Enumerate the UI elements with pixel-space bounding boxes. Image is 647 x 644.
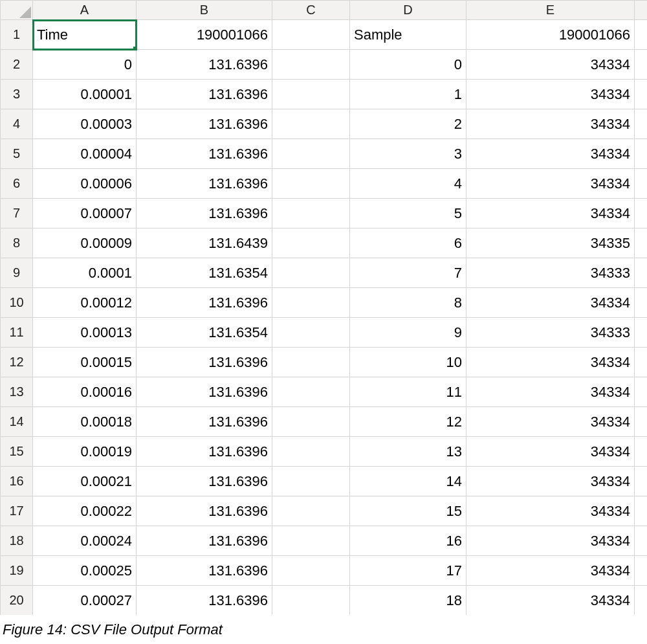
- cell-E10[interactable]: 34334: [466, 288, 635, 318]
- cell-blank[interactable]: [635, 169, 648, 199]
- cell-E14[interactable]: 34334: [466, 407, 635, 437]
- cell-E15[interactable]: 34334: [466, 437, 635, 467]
- cell-C11[interactable]: [272, 318, 350, 348]
- cell-blank[interactable]: [635, 556, 648, 586]
- cell-A19[interactable]: 0.00025: [33, 556, 137, 586]
- row-header[interactable]: 15: [1, 437, 33, 467]
- cell-blank[interactable]: [635, 139, 648, 169]
- cell-C15[interactable]: [272, 437, 350, 467]
- cell-A16[interactable]: 0.00021: [33, 467, 137, 496]
- cell-C1[interactable]: [272, 20, 350, 50]
- cell-C14[interactable]: [272, 407, 350, 437]
- cell-blank[interactable]: [635, 407, 648, 437]
- cell-A14[interactable]: 0.00018: [33, 407, 137, 437]
- cell-A11[interactable]: 0.00013: [33, 318, 137, 348]
- cell-D2[interactable]: 0: [350, 50, 466, 80]
- cell-A12[interactable]: 0.00015: [33, 348, 137, 377]
- cell-C20[interactable]: [272, 586, 350, 616]
- cell-blank[interactable]: [635, 228, 648, 258]
- cell-blank[interactable]: [635, 80, 648, 109]
- cell-D11[interactable]: 9: [350, 318, 466, 348]
- col-header-C[interactable]: C: [272, 1, 350, 20]
- row-header[interactable]: 17: [1, 496, 33, 526]
- cell-A8[interactable]: 0.00009: [33, 228, 137, 258]
- row-header[interactable]: 9: [1, 258, 33, 288]
- cell-C2[interactable]: [272, 50, 350, 80]
- col-header-A[interactable]: A: [33, 1, 137, 20]
- cell-E8[interactable]: 34335: [466, 228, 635, 258]
- cell-B11[interactable]: 131.6354: [137, 318, 272, 348]
- col-header-E[interactable]: E: [466, 1, 635, 20]
- cell-A7[interactable]: 0.00007: [33, 199, 137, 228]
- row-header[interactable]: 7: [1, 199, 33, 228]
- cell-blank[interactable]: [635, 50, 648, 80]
- row-header[interactable]: 5: [1, 139, 33, 169]
- cell-B9[interactable]: 131.6354: [137, 258, 272, 288]
- cell-C9[interactable]: [272, 258, 350, 288]
- cell-D10[interactable]: 8: [350, 288, 466, 318]
- cell-B2[interactable]: 131.6396: [137, 50, 272, 80]
- cell-blank[interactable]: [635, 586, 648, 616]
- cell-E4[interactable]: 34334: [466, 109, 635, 139]
- row-header[interactable]: 12: [1, 348, 33, 377]
- cell-D14[interactable]: 12: [350, 407, 466, 437]
- cell-D12[interactable]: 10: [350, 348, 466, 377]
- cell-E2[interactable]: 34334: [466, 50, 635, 80]
- cell-blank[interactable]: [635, 258, 648, 288]
- cell-C5[interactable]: [272, 139, 350, 169]
- cell-C4[interactable]: [272, 109, 350, 139]
- cell-blank[interactable]: [635, 496, 648, 526]
- row-header[interactable]: 2: [1, 50, 33, 80]
- cell-D1[interactable]: Sample: [350, 20, 466, 50]
- col-header-blank[interactable]: [635, 1, 648, 20]
- cell-B16[interactable]: 131.6396: [137, 467, 272, 496]
- cell-A20[interactable]: 0.00027: [33, 586, 137, 616]
- cell-blank[interactable]: [635, 109, 648, 139]
- cell-B17[interactable]: 131.6396: [137, 496, 272, 526]
- cell-D20[interactable]: 18: [350, 586, 466, 616]
- cell-E6[interactable]: 34334: [466, 169, 635, 199]
- cell-C13[interactable]: [272, 377, 350, 407]
- row-header[interactable]: 8: [1, 228, 33, 258]
- cell-A13[interactable]: 0.00016: [33, 377, 137, 407]
- cell-B20[interactable]: 131.6396: [137, 586, 272, 616]
- cell-E16[interactable]: 34334: [466, 467, 635, 496]
- cell-D5[interactable]: 3: [350, 139, 466, 169]
- cell-C16[interactable]: [272, 467, 350, 496]
- row-header[interactable]: 3: [1, 80, 33, 109]
- cell-E11[interactable]: 34333: [466, 318, 635, 348]
- cell-C12[interactable]: [272, 348, 350, 377]
- row-header[interactable]: 6: [1, 169, 33, 199]
- row-header[interactable]: 11: [1, 318, 33, 348]
- cell-D6[interactable]: 4: [350, 169, 466, 199]
- row-header[interactable]: 20: [1, 586, 33, 616]
- cell-B6[interactable]: 131.6396: [137, 169, 272, 199]
- cell-A10[interactable]: 0.00012: [33, 288, 137, 318]
- cell-blank[interactable]: [635, 199, 648, 228]
- cell-D7[interactable]: 5: [350, 199, 466, 228]
- cell-A4[interactable]: 0.00003: [33, 109, 137, 139]
- cell-blank[interactable]: [635, 348, 648, 377]
- cell-B13[interactable]: 131.6396: [137, 377, 272, 407]
- cell-A6[interactable]: 0.00006: [33, 169, 137, 199]
- cell-B7[interactable]: 131.6396: [137, 199, 272, 228]
- cell-E5[interactable]: 34334: [466, 139, 635, 169]
- cell-blank[interactable]: [635, 318, 648, 348]
- cell-E20[interactable]: 34334: [466, 586, 635, 616]
- cell-B1[interactable]: 190001066: [137, 20, 272, 50]
- cell-B10[interactable]: 131.6396: [137, 288, 272, 318]
- col-header-D[interactable]: D: [350, 1, 466, 20]
- cell-A1[interactable]: Time: [33, 20, 137, 50]
- row-header[interactable]: 19: [1, 556, 33, 586]
- cell-A5[interactable]: 0.00004: [33, 139, 137, 169]
- row-header[interactable]: 13: [1, 377, 33, 407]
- cell-A9[interactable]: 0.0001: [33, 258, 137, 288]
- cell-E1[interactable]: 190001066: [466, 20, 635, 50]
- row-header[interactable]: 4: [1, 109, 33, 139]
- cell-D19[interactable]: 17: [350, 556, 466, 586]
- row-header[interactable]: 18: [1, 526, 33, 556]
- cell-D4[interactable]: 2: [350, 109, 466, 139]
- cell-E18[interactable]: 34334: [466, 526, 635, 556]
- cell-E13[interactable]: 34334: [466, 377, 635, 407]
- cell-E9[interactable]: 34333: [466, 258, 635, 288]
